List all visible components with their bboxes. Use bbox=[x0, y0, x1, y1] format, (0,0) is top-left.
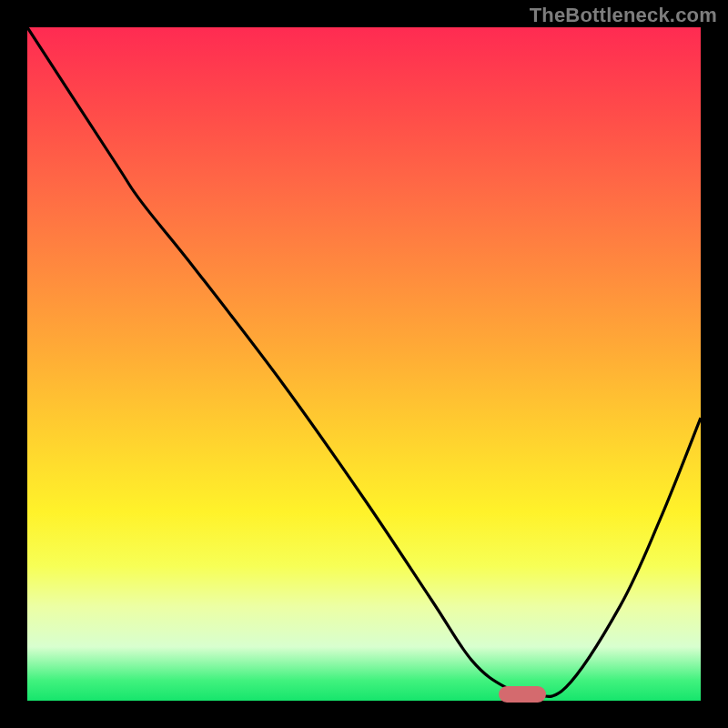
chart-frame: TheBottleneck.com bbox=[0, 0, 728, 728]
sweet-spot-marker bbox=[499, 686, 546, 703]
curve-path bbox=[27, 27, 701, 696]
watermark-text: TheBottleneck.com bbox=[530, 4, 717, 27]
chart-plot-area bbox=[27, 27, 701, 701]
bottleneck-curve bbox=[27, 27, 701, 701]
